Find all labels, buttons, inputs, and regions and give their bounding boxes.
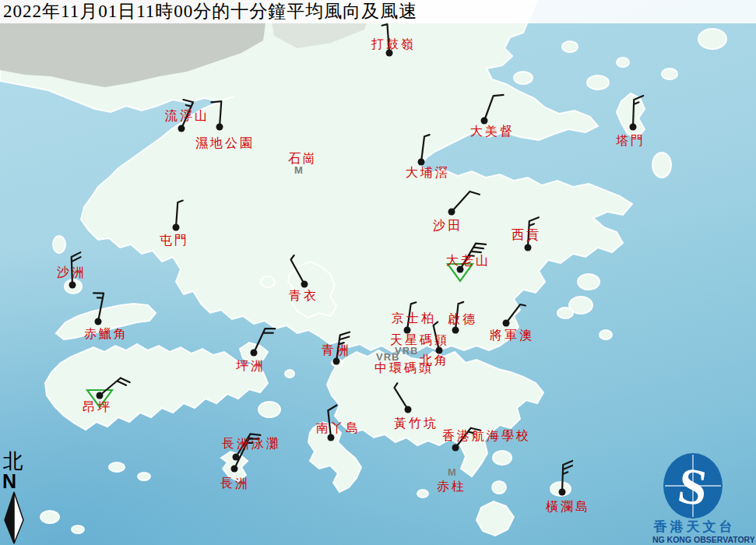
station-dot-wong-chuk-hang [405, 406, 412, 413]
station-dot-tai-mei-tuk [481, 118, 488, 125]
wind-barb-chek-lap-kok [93, 293, 104, 322]
north-arrow-icon [2, 490, 28, 545]
hko-logo-icon: S 香港天文台 HONG KONG OBSERVATORY [652, 448, 754, 545]
station-dot-lau-fau-shan [178, 125, 185, 132]
wind-barb-waglan-island [562, 461, 572, 492]
station-dot-tai-po-kau [418, 159, 425, 166]
station-dot-kings-park [404, 327, 411, 334]
station-dot-tsing-yi [301, 281, 308, 288]
wind-barb-green-island [336, 332, 350, 361]
wind-barb-wong-chuk-hang [395, 383, 408, 410]
title-banner: 2022年11月01日11時00分的十分鐘平均風向及風速 [0, 0, 756, 23]
wind-layer [0, 0, 756, 545]
station-dot-tap-mun [630, 124, 637, 131]
station-dot-lamma-island [328, 434, 335, 441]
station-dot-sha-tin [448, 209, 455, 216]
station-dot-chek-lap-kok [95, 318, 102, 325]
station-dot-waglan-island [559, 489, 566, 496]
station-dot-north-point [436, 347, 443, 354]
wind-barb-tsing-yi [291, 255, 304, 284]
station-dot-ta-kwu-ling [386, 50, 393, 57]
wind-barb-tai-mei-tuk [484, 95, 504, 121]
station-dot-cheung-chau [231, 466, 238, 473]
wind-barb-tap-mun [633, 96, 643, 127]
wind-barb-tuen-mun [176, 201, 183, 227]
hko-name-en: HONG KONG OBSERVATORY [652, 535, 754, 544]
hko-logo: S 香港天文台 HONG KONG OBSERVATORY [652, 448, 754, 545]
station-dot-sha-chau [69, 282, 76, 289]
wind-barb-tai-po-kau [421, 135, 430, 162]
wind-barb-cheung-chau-beach [236, 434, 260, 457]
station-dot-hk-sea-school [452, 445, 459, 452]
station-dot-ngong-ping [97, 392, 104, 399]
north-label-zh: 北 [2, 451, 30, 472]
wind-barb-hk-sea-school [455, 428, 480, 448]
wind-barb-sai-kung [528, 217, 539, 248]
wind-barb-tseung-kwan-o [506, 304, 526, 323]
wind-barb-sha-tin [452, 192, 480, 212]
station-dot-peng-chau [251, 350, 258, 357]
wind-barb-tates-cairn [460, 244, 486, 269]
station-dot-tseung-kwan-o [503, 320, 510, 327]
wind-barb-kings-park [407, 302, 416, 330]
wind-barb-peng-chau [254, 329, 275, 353]
wind-barb-lamma-island [328, 405, 336, 438]
wind-barb-ta-kwu-ling [382, 24, 389, 53]
station-dot-tates-cairn [457, 266, 464, 273]
station-dot-green-island [333, 358, 340, 365]
wind-barb-wetland-park [211, 101, 221, 127]
station-dot-sai-kung [525, 244, 532, 251]
station-dot-wetland-park [216, 124, 223, 131]
wind-map-page: 打鼓嶺流浮山濕地公園石崗M大美督塔門大埔滘沙田西貢大老山屯門沙洲赤鱲角坪洲青衣青… [0, 0, 756, 545]
north-compass: 北 N [2, 451, 30, 545]
station-dot-tuen-mun [173, 224, 180, 231]
wind-barb-ngong-ping [100, 378, 130, 396]
wind-barb-kai-tak [455, 302, 463, 330]
wind-barb-lau-fau-shan [181, 100, 193, 128]
hko-name-zh: 香港天文台 [653, 519, 736, 534]
station-dot-kai-tak [452, 327, 459, 334]
wind-barb-sha-chau [72, 252, 81, 285]
map-title: 2022年11月01日11時00分的十分鐘平均風向及風速 [0, 0, 756, 23]
wind-barb-north-point [434, 322, 439, 350]
north-label-en: N [2, 472, 30, 490]
